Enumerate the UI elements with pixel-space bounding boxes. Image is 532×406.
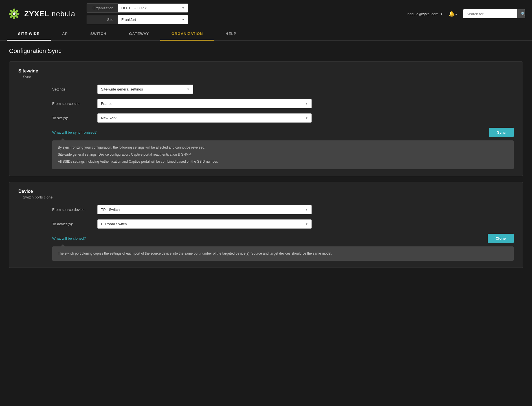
svg-point-3 xyxy=(16,13,19,15)
page-title: Configuration Sync xyxy=(9,47,523,55)
site-value[interactable]: Frankfurt ▼ xyxy=(118,15,188,24)
site-dropdown-arrow: ▼ xyxy=(182,18,184,21)
nav-item-ap[interactable]: AP xyxy=(51,28,79,41)
what-cloned-link[interactable]: What will be cloned? xyxy=(52,236,86,240)
svg-point-5 xyxy=(13,15,15,19)
logo-text: ZYXEL nebula xyxy=(24,10,75,18)
settings-label: Settings: xyxy=(52,87,97,91)
to-sites-select[interactable]: New York ▼ xyxy=(97,113,312,123)
notification-bell-icon[interactable]: 🔔▼ xyxy=(449,11,458,17)
main-content: Configuration Sync Site-wide Sync Settin… xyxy=(0,41,532,280)
user-info[interactable]: nebula@zyxel.com ▼ xyxy=(407,12,443,16)
search-box: 🔍 xyxy=(463,9,525,18)
header: ZYXEL nebula Organization HOTEL - COZY ▼… xyxy=(0,0,532,28)
settings-dropdown-arrow: ▼ xyxy=(187,88,190,91)
nav-item-gateway[interactable]: GATEWAY xyxy=(118,28,161,41)
from-source-device-arrow: ▼ xyxy=(305,208,308,211)
device-card: Device Switch ports clone From source de… xyxy=(9,182,523,268)
site-label: Site xyxy=(87,15,118,24)
org-value[interactable]: HOTEL - COZY ▼ xyxy=(118,4,188,12)
clone-action-row: What will be cloned? Clone xyxy=(18,234,514,243)
org-label: Organization xyxy=(87,4,118,12)
to-sites-label: To site(s): xyxy=(52,116,97,120)
sitewide-title: Site-wide xyxy=(18,69,514,74)
from-source-value: France xyxy=(101,102,112,106)
user-dropdown-arrow: ▼ xyxy=(440,12,443,16)
clone-tooltip-container: The switch port cloning copies the setti… xyxy=(18,246,514,261)
org-site-selectors: Organization HOTEL - COZY ▼ Site Frankfu… xyxy=(87,3,188,24)
zyxel-logo-icon xyxy=(7,6,21,21)
from-source-device-value: TP - Switch xyxy=(101,208,120,212)
org-dropdown-arrow: ▼ xyxy=(182,6,184,10)
organization-selector[interactable]: Organization HOTEL - COZY ▼ xyxy=(87,3,188,13)
what-synchronized-link[interactable]: What will be synchronized? xyxy=(52,130,97,134)
to-sites-value: New York xyxy=(101,116,116,120)
nav-item-help[interactable]: HELP xyxy=(214,28,248,41)
sync-tooltip-container: By synchronizing your configuration, the… xyxy=(18,140,514,169)
from-source-device-row: From source device: TP - Switch ▼ xyxy=(18,205,514,214)
sync-button[interactable]: Sync xyxy=(489,128,514,137)
to-devices-label: To device(s): xyxy=(52,222,97,226)
from-source-select[interactable]: France ▼ xyxy=(97,99,312,108)
from-source-label: From source site: xyxy=(52,102,97,106)
svg-point-1 xyxy=(13,8,15,12)
tooltip-line-3: All SSIDs settings including Authenticat… xyxy=(58,159,508,164)
search-input[interactable] xyxy=(463,10,517,18)
tooltip-line-2: Site-wide general settings: Device confi… xyxy=(58,152,508,157)
to-devices-row: To device(s): IT Room Switch ▼ xyxy=(18,219,514,229)
nav-item-sitewide[interactable]: SITE-WIDE xyxy=(7,28,51,41)
settings-value: Site-wide general settings xyxy=(101,87,143,91)
svg-point-7 xyxy=(9,13,13,15)
to-devices-select[interactable]: IT Room Switch ▼ xyxy=(97,219,312,229)
from-source-arrow: ▼ xyxy=(305,102,308,105)
sync-tooltip: By synchronizing your configuration, the… xyxy=(52,140,514,169)
from-source-device-label: From source device: xyxy=(52,208,97,212)
site-selector[interactable]: Site Frankfurt ▼ xyxy=(87,15,188,24)
to-sites-arrow: ▼ xyxy=(305,116,308,120)
from-source-row: From source site: France ▼ xyxy=(18,99,514,108)
user-email: nebula@zyxel.com xyxy=(407,12,438,16)
nav-bar: SITE-WIDE AP SWITCH GATEWAY ORGANIZATION… xyxy=(0,28,532,41)
clone-tooltip: The switch port cloning copies the setti… xyxy=(52,246,514,261)
to-devices-arrow: ▼ xyxy=(305,222,308,226)
clone-tooltip-line-1: The switch port cloning copies the setti… xyxy=(58,251,508,256)
svg-point-9 xyxy=(13,12,16,15)
to-devices-value: IT Room Switch xyxy=(101,222,127,226)
from-source-device-select[interactable]: TP - Switch ▼ xyxy=(97,205,312,214)
device-subsection: Switch ports clone xyxy=(18,195,514,199)
nav-item-organization[interactable]: ORGANIZATION xyxy=(160,28,214,41)
sitewide-subsection: Sync xyxy=(18,75,514,79)
nav-item-switch[interactable]: SWITCH xyxy=(79,28,118,41)
device-title: Device xyxy=(18,189,514,194)
sync-action-row: What will be synchronized? Sync xyxy=(18,128,514,137)
tooltip-line-1: By synchronizing your configuration, the… xyxy=(58,145,508,150)
to-sites-row: To site(s): New York ▼ xyxy=(18,113,514,123)
header-right: nebula@zyxel.com ▼ 🔔▼ 🔍 xyxy=(407,9,525,18)
sitewide-card: Site-wide Sync Settings: Site-wide gener… xyxy=(9,61,523,176)
clone-button[interactable]: Clone xyxy=(488,234,514,243)
settings-row: Settings: Site-wide general settings ▼ xyxy=(18,85,514,94)
settings-dropdown[interactable]: Site-wide general settings ▼ xyxy=(97,85,193,94)
search-button[interactable]: 🔍 xyxy=(517,9,525,18)
logo-area: ZYXEL nebula xyxy=(7,6,75,21)
